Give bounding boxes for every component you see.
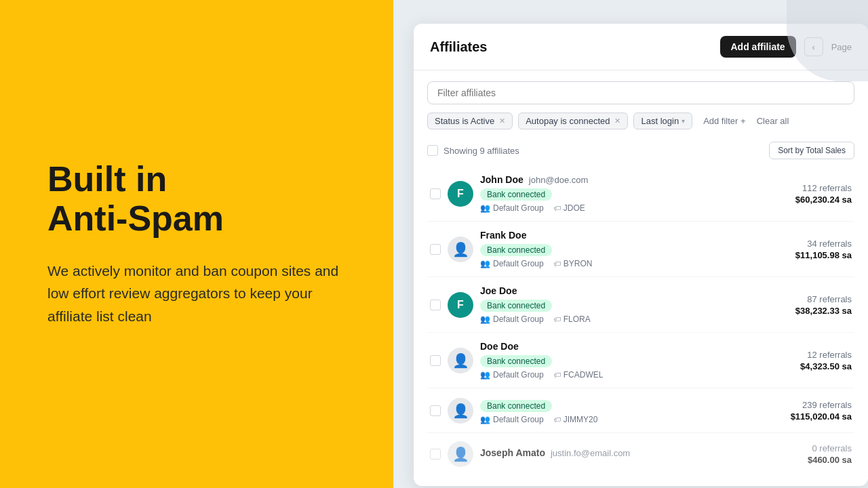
avatar: 👤 — [448, 237, 473, 262]
app-card: Affiliates Add affiliate ‹ Page Status i… — [414, 24, 868, 486]
group-name: Default Group — [493, 203, 544, 213]
showing-count: Showing 9 affiliates — [443, 146, 519, 156]
row-checkbox[interactable] — [430, 449, 441, 460]
group-name: Default Group — [493, 314, 544, 324]
filter-status-label: Status is Active — [435, 116, 494, 126]
affiliate-name: Doe Doe — [480, 341, 519, 352]
row-checkbox[interactable] — [430, 300, 441, 310]
avatar: F — [448, 292, 473, 318]
sales-amount: $60,230.24 sa — [743, 195, 852, 205]
content-area: Status is Active ✕ Autopay is connected … — [414, 70, 868, 486]
left-panel: Built inAnti-Spam We actively monitor an… — [0, 0, 393, 488]
sales-amount: $11,105.98 sa — [743, 250, 852, 260]
referrals-count: 112 referrals — [743, 183, 852, 193]
group-meta: 👥 Default Group — [480, 370, 544, 380]
filter-chip-lastlogin[interactable]: Last login ▾ — [633, 113, 692, 129]
coupon-code-value: JDOE — [564, 203, 585, 213]
row-checkbox[interactable] — [430, 244, 441, 255]
coupon-code-value: FCADWEL — [564, 370, 604, 380]
affiliate-list: F John Doe john@doe.com Bank connected 👥… — [427, 166, 854, 475]
filter-autopay-remove[interactable]: ✕ — [614, 117, 620, 125]
affiliate-meta: 👥 Default Group 🏷 FCADWEL — [480, 370, 736, 380]
avatar: 👤 — [448, 348, 473, 373]
affiliate-info: Joseph Amato justin.fo@email.com — [480, 447, 736, 461]
avatar: 👤 — [448, 441, 473, 467]
group-meta: 👥 Default Group — [480, 314, 544, 324]
coupon-meta: 🏷 BYRON — [553, 259, 593, 268]
group-name: Default Group — [493, 370, 544, 380]
row-checkbox[interactable] — [430, 355, 441, 366]
table-header: Showing 9 affiliates Sort by Total Sales — [427, 139, 854, 166]
filter-status-remove[interactable]: ✕ — [499, 117, 505, 125]
referrals-count: 34 referrals — [743, 239, 852, 249]
affiliate-stats: 87 referrals $38,232.33 sa — [743, 294, 852, 316]
affiliate-name-row: Joseph Amato justin.fo@email.com — [480, 447, 736, 458]
affiliate-stats: 34 referrals $11,105.98 sa — [743, 239, 852, 260]
affiliate-name-row: Doe Doe — [480, 341, 736, 352]
add-filter-button[interactable]: Add filter + — [698, 113, 751, 129]
affiliate-stats: 12 referrals $4,323.50 sa — [743, 350, 852, 371]
subtext: We actively monitor and ban coupon sites… — [47, 260, 346, 328]
affiliate-info: Joe Doe Bank connected 👥 Default Group 🏷… — [480, 285, 736, 324]
group-icon: 👥 — [480, 314, 490, 324]
coupon-icon: 🏷 — [553, 371, 561, 379]
filter-chip-status[interactable]: Status is Active ✕ — [427, 113, 513, 129]
coupon-icon: 🏷 — [553, 204, 561, 212]
sales-amount: $4,323.50 sa — [743, 361, 852, 371]
affiliate-email: john@doe.com — [529, 175, 589, 185]
affiliate-email: justin.fo@email.com — [551, 448, 630, 458]
sales-amount: $115,020.04 sa — [743, 411, 852, 422]
affiliate-name: John Doe — [480, 174, 524, 185]
coupon-icon: 🏷 — [553, 415, 561, 424]
affiliate-name-row: Joe Doe — [480, 285, 736, 296]
filter-lastlogin-label: Last login — [641, 116, 679, 126]
affiliate-stats: 112 referrals $60,230.24 sa — [743, 183, 852, 205]
filter-autopay-label: Autopay is connected — [526, 116, 610, 126]
affiliate-stats: 239 referrals $115,020.04 sa — [743, 400, 852, 422]
group-icon: 👥 — [480, 259, 490, 268]
affiliate-name: Joe Doe — [480, 285, 517, 296]
group-icon: 👥 — [480, 415, 490, 424]
affiliate-meta: 👥 Default Group 🏷 FLORA — [480, 314, 736, 324]
affiliate-name: Frank Doe — [480, 230, 526, 241]
clear-all-button[interactable]: Clear all — [757, 116, 789, 126]
coupon-code-value: FLORA — [564, 314, 591, 324]
affiliate-name-row: Frank Doe — [480, 230, 736, 241]
affiliate-name-row: John Doe john@doe.com — [480, 174, 736, 185]
app-title: Affiliates — [430, 39, 487, 55]
affiliate-meta: 👥 Default Group 🏷 BYRON — [480, 259, 736, 268]
group-icon: 👥 — [480, 370, 490, 380]
group-icon: 👥 — [480, 203, 490, 213]
table-row: 👤 Frank Doe Bank connected 👥 Default Gro… — [427, 222, 854, 277]
coupon-icon: 🏷 — [553, 315, 561, 323]
select-all-checkbox[interactable] — [427, 145, 438, 156]
affiliate-info: Doe Doe Bank connected 👥 Default Group 🏷… — [480, 341, 736, 380]
group-meta: 👥 Default Group — [480, 203, 544, 213]
coupon-meta: 🏷 FLORA — [553, 314, 591, 324]
bank-badge: Bank connected — [480, 355, 552, 367]
table-row: 👤 Doe Doe Bank connected 👥 Default Group — [427, 333, 854, 388]
filter-chip-autopay[interactable]: Autopay is connected ✕ — [518, 113, 628, 129]
bank-badge: Bank connected — [480, 188, 552, 201]
avatar: 👤 — [448, 398, 473, 424]
referrals-count: 0 referrals — [743, 443, 852, 453]
table-row: 👤 Joseph Amato justin.fo@email.com 0 ref… — [427, 433, 854, 475]
search-input[interactable] — [427, 81, 854, 104]
sort-button[interactable]: Sort by Total Sales — [769, 142, 854, 159]
add-affiliate-button[interactable]: Add affiliate — [720, 36, 796, 58]
group-meta: 👥 Default Group — [480, 259, 544, 268]
filters-row: Status is Active ✕ Autopay is connected … — [427, 113, 854, 129]
affiliate-info: John Doe john@doe.com Bank connected 👥 D… — [480, 174, 736, 213]
sales-amount: $38,232.33 sa — [743, 306, 852, 316]
avatar: F — [448, 181, 473, 207]
coupon-code-value: JIMMY20 — [564, 415, 598, 424]
table-row: F Joe Doe Bank connected 👥 Default Group — [427, 277, 854, 333]
bank-badge: Bank connected — [480, 400, 552, 412]
row-checkbox[interactable] — [430, 188, 441, 199]
row-checkbox[interactable] — [430, 405, 441, 416]
coupon-code-value: BYRON — [564, 259, 593, 268]
coupon-icon: 🏷 — [553, 260, 561, 268]
table-row: 👤 Bank connected 👥 Default Group 🏷 — [427, 388, 854, 433]
dropdown-chevron-icon: ▾ — [682, 117, 685, 125]
group-name: Default Group — [493, 259, 544, 268]
